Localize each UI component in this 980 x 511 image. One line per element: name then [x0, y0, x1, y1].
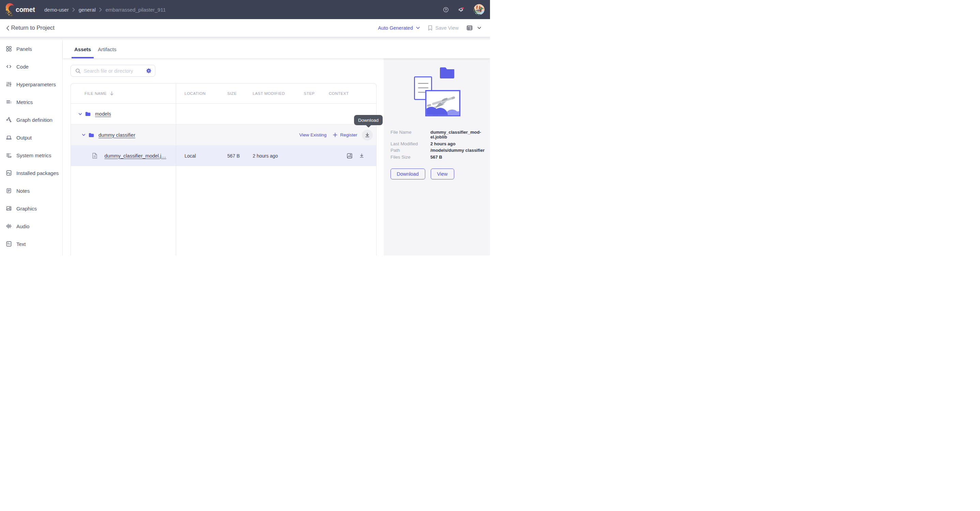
sidebar-item-graphics[interactable]: Graphics [0, 200, 62, 217]
field-label: File Name [390, 130, 430, 139]
sidebar-item-code[interactable]: Code [0, 57, 62, 75]
sidebar-item-label: Graph definition [16, 117, 52, 123]
collapse-folder-chevron-icon[interactable] [81, 133, 86, 137]
search-settings-gear-icon[interactable] [146, 68, 151, 73]
breadcrumb-experiment[interactable]: embarrassed_pilaster_911 [106, 7, 166, 13]
download-icon[interactable] [359, 153, 364, 158]
chevron-down-icon [477, 27, 481, 29]
audio-icon [6, 224, 11, 229]
download-button[interactable]: Download [390, 169, 425, 179]
toolbar-shadow-divider [0, 37, 490, 40]
code-icon [6, 64, 11, 69]
sidebar-item-label: Audio [16, 224, 29, 229]
folder-name-link[interactable]: dummy classifier [99, 133, 135, 138]
column-header-size[interactable]: SIZE [227, 83, 253, 103]
tab-artifacts[interactable]: Artifacts [95, 40, 119, 58]
experiment-sidebar: Panels Code Hyperparameters Metrics Grap… [0, 40, 63, 256]
column-header-last-modified[interactable]: LAST MODIFIED [253, 83, 304, 103]
comet-logo[interactable]: comet [5, 3, 35, 16]
sidebar-item-installed-packages[interactable]: Py Installed packages [0, 164, 62, 182]
register-link[interactable]: Register [333, 133, 357, 137]
folder-icon [85, 112, 91, 116]
sidebar-item-label: Panels [16, 46, 32, 52]
file-row-actions [347, 145, 364, 166]
notes-icon [6, 188, 11, 193]
column-header-context[interactable]: CONTEXT [328, 83, 376, 103]
text-icon: TT [6, 241, 11, 247]
table-empty-space [71, 166, 376, 256]
illustration-image-icon [425, 90, 460, 116]
file-size-cell: 567 B [227, 145, 253, 166]
topbar-actions [443, 0, 485, 19]
sidebar-item-label: Graphics [16, 206, 37, 211]
save-view-button[interactable]: Save View [428, 25, 459, 31]
field-label: Files Size [390, 155, 430, 160]
user-avatar[interactable] [474, 4, 485, 15]
table-layout-icon [467, 26, 472, 30]
folder-icon [89, 133, 94, 137]
field-value: 2 hours ago [430, 142, 482, 146]
folder-name-link[interactable]: models [95, 111, 111, 117]
search-input[interactable] [84, 68, 146, 74]
table-row-folder-models[interactable]: models [71, 104, 376, 125]
tab-assets[interactable]: Assets [72, 40, 94, 58]
download-tooltip: Download [354, 115, 383, 125]
download-icon [364, 133, 370, 138]
file-last-modified-cell: 2 hours ago [253, 145, 304, 166]
top-navigation-bar: comet demo-user general embarrassed_pila… [0, 0, 490, 19]
help-icon[interactable] [443, 7, 449, 12]
field-value: /models/dummy classifier [430, 148, 485, 153]
table-row-file-dummy-classifier-model[interactable]: dummy_classifier_model.j… Local 567 B 2 … [71, 145, 376, 166]
column-header-step[interactable]: STEP [304, 83, 329, 103]
view-button[interactable]: View [431, 169, 454, 179]
return-to-project-button[interactable]: Return to Project [6, 25, 55, 31]
toolbar-actions: Auto Generated Save View [378, 25, 481, 31]
field-value: 567 B [430, 155, 482, 160]
sidebar-item-graph-definition[interactable]: Graph definition [0, 111, 62, 129]
preview-image-icon[interactable] [347, 153, 352, 159]
return-to-project-label: Return to Project [11, 25, 55, 31]
chevron-down-icon [416, 27, 420, 29]
file-details-actions: Download View [390, 169, 454, 179]
sidebar-item-metrics[interactable]: Metrics [0, 93, 62, 111]
notifications-megaphone-icon[interactable] [458, 7, 464, 13]
sidebar-item-notes[interactable]: Notes [0, 182, 62, 200]
view-selector-dropdown[interactable]: Auto Generated [378, 25, 420, 31]
table-header-row: FILE NAME LOCATION SIZE LAST MODIFIED ST… [71, 83, 376, 104]
hyperparameters-icon [6, 81, 11, 87]
collapse-folder-chevron-icon[interactable] [78, 112, 83, 116]
comet-app: comet demo-user general embarrassed_pila… [0, 0, 490, 256]
illustration-folder-icon [440, 67, 454, 78]
sidebar-item-text[interactable]: TT Text [0, 235, 62, 253]
sidebar-item-label: System metrics [16, 152, 51, 158]
search-icon [75, 68, 81, 74]
system-metrics-icon [6, 152, 11, 158]
breadcrumb-user[interactable]: demo-user [44, 7, 69, 13]
sidebar-item-system-metrics[interactable]: System metrics [0, 146, 62, 164]
panels-icon [6, 46, 11, 51]
svg-text:T: T [9, 243, 11, 245]
file-icon [92, 153, 97, 159]
folder-row-actions: View Existing Register [299, 125, 372, 145]
breadcrumb-separator-icon [99, 8, 102, 12]
save-view-label: Save View [436, 25, 459, 31]
file-details-fields: File Name dummy_classifier_mod-el.joblib… [390, 130, 485, 160]
field-label: Last Modified [390, 142, 430, 146]
sidebar-item-output[interactable]: Output [0, 129, 62, 146]
sidebar-item-audio[interactable]: Audio [0, 217, 62, 235]
sidebar-item-panels[interactable]: Panels [0, 40, 62, 57]
breadcrumb-project[interactable]: general [79, 7, 96, 13]
file-details-panel: File Name dummy_classifier_mod-el.joblib… [384, 58, 490, 256]
view-existing-link[interactable]: View Existing [299, 133, 326, 137]
table-row-folder-dummy-classifier[interactable]: dummy classifier View Existing Register [71, 125, 376, 145]
sidebar-item-label: Text [16, 241, 26, 247]
field-label: Path [390, 148, 430, 153]
table-layout-button[interactable] [467, 26, 481, 30]
column-header-file-name[interactable]: FILE NAME [71, 83, 177, 103]
download-folder-button[interactable] [362, 129, 373, 141]
column-header-location[interactable]: LOCATION [176, 83, 227, 103]
file-name-link[interactable]: dummy_classifier_model.j… [105, 153, 166, 159]
sidebar-item-label: Notes [16, 188, 30, 194]
output-icon [6, 135, 11, 140]
sidebar-item-hyperparameters[interactable]: Hyperparameters [0, 75, 62, 93]
